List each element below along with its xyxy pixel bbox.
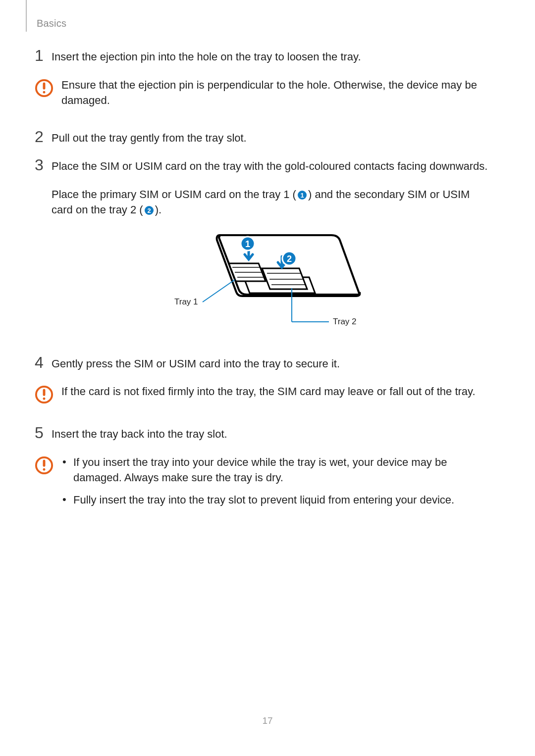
step-1-text: Insert the ejection pin into the hole on… [52, 50, 361, 65]
caution-1-text: Ensure that the ejection pin is perpendi… [61, 78, 489, 108]
step-2-number: 2 [35, 129, 52, 145]
page-number: 17 [0, 715, 535, 726]
svg-line-17 [203, 280, 235, 302]
step-3: 3 Place the SIM or USIM card on the tray… [35, 159, 489, 174]
svg-text:1: 1 [245, 239, 250, 249]
step-3b-pre: Place the primary SIM or USIM card on th… [52, 188, 296, 201]
svg-text:1: 1 [300, 192, 304, 199]
caution-icon [35, 385, 56, 404]
step-4: 4 Gently press the SIM or USIM card into… [35, 356, 489, 372]
step-5-text: Insert the tray back into the tray slot. [52, 427, 227, 442]
svg-rect-24 [43, 460, 46, 467]
caution-3-item-2: • Fully insert the tray into the tray sl… [61, 493, 489, 508]
header-rule [26, 0, 27, 32]
step-1: 1 Insert the ejection pin into the hole … [35, 50, 489, 65]
caution-3b-text: Fully insert the tray into the tray slot… [73, 493, 454, 508]
step-5: 5 Insert the tray back into the tray slo… [35, 427, 489, 442]
svg-rect-2 [43, 91, 46, 93]
bullet-dot-icon: • [61, 493, 73, 507]
step-1-number: 1 [35, 48, 52, 63]
svg-rect-25 [43, 468, 46, 471]
caution-icon [35, 456, 56, 475]
caution-2-text: If the card is not fixed firmly into the… [61, 384, 476, 400]
page-content: 1 Insert the ejection pin into the hole … [0, 0, 535, 515]
svg-rect-1 [43, 82, 46, 89]
caution-3a-text: If you insert the tray into your device … [73, 455, 489, 486]
step-4-number: 4 [35, 354, 52, 370]
svg-text:2: 2 [147, 206, 151, 214]
step-2: 2 Pull out the tray gently from the tray… [35, 131, 489, 146]
section-title: Basics [37, 18, 66, 29]
step-3-subtext: Place the primary SIM or USIM card on th… [52, 187, 489, 218]
sim-tray-figure: 1 2 Tray 1 Tray 2 [35, 228, 489, 337]
step-3-number: 3 [35, 157, 52, 173]
svg-rect-22 [43, 398, 46, 400]
badge-1-inline-icon: 1 [297, 190, 307, 200]
caution-3-item-1: • If you insert the tray into your devic… [61, 455, 489, 486]
caution-2: If the card is not fixed firmly into the… [35, 384, 489, 404]
badge-1-figure-icon: 1 [241, 237, 255, 251]
caution-icon [35, 79, 56, 98]
caution-3-list: • If you insert the tray into your devic… [61, 455, 489, 514]
tray-1-label: Tray 1 [174, 297, 198, 306]
badge-2-inline-icon: 2 [144, 205, 154, 215]
step-5-number: 5 [35, 425, 52, 441]
tray-2-graphic [262, 268, 307, 289]
tray-2-label: Tray 2 [333, 317, 357, 326]
step-2-text: Pull out the tray gently from the tray s… [52, 131, 247, 146]
svg-text:2: 2 [287, 254, 292, 264]
step-3-text: Place the SIM or USIM card on the tray w… [52, 159, 487, 174]
step-4-text: Gently press the SIM or USIM card into t… [52, 356, 340, 372]
badge-2-figure-icon: 2 [282, 252, 296, 265]
svg-rect-21 [43, 389, 46, 396]
step-3b-post: ). [155, 203, 161, 216]
bullet-dot-icon: • [61, 455, 73, 469]
caution-3: • If you insert the tray into your devic… [35, 455, 489, 514]
caution-1: Ensure that the ejection pin is perpendi… [35, 78, 489, 108]
tray-1-graphic [229, 263, 266, 281]
